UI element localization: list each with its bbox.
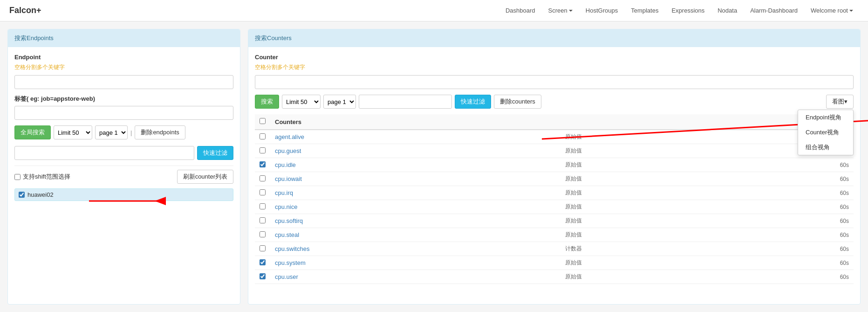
counter-form-group: Counter 空格分割多个关键字 xyxy=(255,54,854,89)
tag-label: 标签( eg: job=appstore-web) xyxy=(14,95,233,103)
dropdown-combined-view[interactable]: 组合视角 xyxy=(798,140,853,155)
endpoints-panel-header: 搜索Endpoints xyxy=(8,29,240,47)
endpoint-input[interactable] xyxy=(14,75,233,89)
counter-fast-filter-button[interactable]: 快速过滤 xyxy=(455,95,491,109)
table-row: cpu.steal原始值60s xyxy=(255,228,854,242)
view-dropdown-container: 看图▾ Endpoint视角 Counter视角 组合视角 xyxy=(826,95,854,109)
separator: | xyxy=(130,129,132,136)
nav-nodata[interactable]: Nodata xyxy=(712,4,743,17)
counter-name-link[interactable]: cpu.nice xyxy=(275,203,297,210)
counter-name-link[interactable]: cpu.switches xyxy=(275,245,309,252)
fast-filter-button[interactable]: 快速过滤 xyxy=(197,146,233,160)
options-row: 支持shift范围选择 刷新counter列表 xyxy=(14,166,233,184)
endpoint-checkbox[interactable] xyxy=(19,192,25,198)
filter-input[interactable] xyxy=(14,146,194,160)
counters-column-header: Counters xyxy=(270,114,560,130)
counter-checkbox[interactable] xyxy=(260,133,266,139)
shift-checkbox[interactable] xyxy=(14,174,21,180)
arrow-right-icon xyxy=(89,192,173,210)
counter-checkbox[interactable] xyxy=(260,147,266,153)
limit-select[interactable]: Limit 50 Limit 100 Limit 200 xyxy=(54,125,92,139)
table-row: cpu.user原始值60s xyxy=(255,270,854,284)
counter-name-link[interactable]: cpu.guest xyxy=(275,147,301,154)
main-content: 搜索Endpoints Endpoint 空格分割多个关键字 标签( eg: j… xyxy=(0,21,868,312)
counter-checkbox[interactable] xyxy=(260,161,266,167)
counter-filter-inline-input[interactable] xyxy=(359,95,452,109)
view-button[interactable]: 看图▾ xyxy=(826,95,854,109)
counter-type: 原始值 xyxy=(560,256,732,270)
counter-limit-select[interactable]: Limit 50 Limit 100 Limit 200 xyxy=(282,95,321,109)
table-row: agent.alive原始值60s xyxy=(255,130,854,144)
type-column-header xyxy=(560,114,732,130)
counter-checkbox[interactable] xyxy=(260,189,266,195)
nav-user[interactable]: Welcome root xyxy=(805,4,859,17)
endpoints-panel-body: Endpoint 空格分割多个关键字 标签( eg: job=appstore-… xyxy=(8,47,240,212)
table-row: cpu.softirq原始值60s xyxy=(255,214,854,228)
counter-name-link[interactable]: cpu.idle xyxy=(275,161,296,168)
counter-name-link[interactable]: cpu.softirq xyxy=(275,217,303,224)
counter-checkbox[interactable] xyxy=(260,245,266,251)
counter-type: 原始值 xyxy=(560,186,732,200)
global-search-button[interactable]: 全局搜索 xyxy=(14,125,51,139)
counter-search-button[interactable]: 搜索 xyxy=(255,95,279,109)
search-row: 全局搜索 Limit 50 Limit 100 Limit 200 page 1… xyxy=(14,125,233,139)
table-row: cpu.system原始值60s xyxy=(255,256,854,270)
table-row: cpu.idle原始值60s xyxy=(255,158,854,172)
counter-name-link[interactable]: cpu.user xyxy=(275,273,298,280)
nav-dashboard[interactable]: Dashboard xyxy=(500,4,541,17)
counter-checkbox[interactable] xyxy=(260,175,266,181)
counters-panel-header: 搜索Counters xyxy=(248,29,860,47)
dropdown-endpoint-view[interactable]: Endpoint视角 xyxy=(798,110,853,125)
chevron-down-icon xyxy=(849,10,853,12)
nav-hostgroups[interactable]: HostGroups xyxy=(580,4,623,17)
counter-hint: 空格分割多个关键字 xyxy=(255,63,854,71)
counter-interval: 60s xyxy=(732,228,854,242)
table-row: cpu.guest原始值60s xyxy=(255,144,854,158)
counter-checkbox[interactable] xyxy=(260,217,266,223)
counter-name-link[interactable]: cpu.irq xyxy=(275,189,293,196)
counter-interval: 60s xyxy=(732,270,854,284)
nav-templates[interactable]: Templates xyxy=(625,4,664,17)
counter-checkbox[interactable] xyxy=(260,203,266,209)
nav-alarm-dashboard[interactable]: Alarm-Dashboard xyxy=(745,4,803,17)
nav-screen[interactable]: Screen xyxy=(543,4,578,17)
counter-name-link[interactable]: cpu.system xyxy=(275,259,306,266)
counters-panel: 搜索Counters Counter 空格分割多个关键字 搜索 Limit 50… xyxy=(248,29,861,305)
table-row: cpu.nice原始值60s xyxy=(255,200,854,214)
counter-delete-button[interactable]: 删除counters xyxy=(494,95,541,109)
dropdown-counter-view[interactable]: Counter视角 xyxy=(798,125,853,140)
navbar: Falcon+ Dashboard Screen HostGroups Temp… xyxy=(0,0,868,21)
endpoint-label: Endpoint xyxy=(14,54,233,61)
endpoints-panel: 搜索Endpoints Endpoint 空格分割多个关键字 标签( eg: j… xyxy=(7,29,240,305)
counter-name-link[interactable]: agent.alive xyxy=(275,133,304,140)
counter-name-link[interactable]: cpu.iowait xyxy=(275,175,302,182)
counter-interval: 60s xyxy=(732,186,854,200)
counter-interval: 60s xyxy=(732,242,854,256)
counter-type: 计数器 xyxy=(560,242,732,256)
delete-endpoints-button[interactable]: 删除endpoints xyxy=(135,125,185,139)
filter-row: 快速过滤 xyxy=(14,146,233,160)
counter-input[interactable] xyxy=(255,75,854,89)
counter-table: Counters agent.alive原始值60scpu.guest原始值60… xyxy=(255,114,854,284)
counter-type: 原始值 xyxy=(560,228,732,242)
counter-type: 原始值 xyxy=(560,214,732,228)
nav-expressions[interactable]: Expressions xyxy=(666,4,710,17)
counter-page-select[interactable]: page 1 page 2 xyxy=(323,95,356,109)
counter-name-link[interactable]: cpu.steal xyxy=(275,231,299,238)
counter-interval: 60s xyxy=(732,214,854,228)
table-row: cpu.switches计数器60s xyxy=(255,242,854,256)
counter-checkbox[interactable] xyxy=(260,259,266,265)
counter-type: 原始值 xyxy=(560,144,732,158)
select-all-checkbox[interactable] xyxy=(260,118,266,124)
brand-logo[interactable]: Falcon+ xyxy=(9,6,41,15)
counter-checkbox[interactable] xyxy=(260,273,266,279)
view-dropdown-menu: Endpoint视角 Counter视角 组合视角 xyxy=(798,110,854,155)
shift-checkbox-label[interactable]: 支持shift范围选择 xyxy=(14,173,70,181)
table-row: cpu.iowait原始值60s xyxy=(255,172,854,186)
page-select[interactable]: page 1 page 2 page 3 xyxy=(95,125,128,139)
endpoint-hint: 空格分割多个关键字 xyxy=(14,63,233,71)
tag-input[interactable] xyxy=(14,106,233,120)
counter-type: 原始值 xyxy=(560,270,732,284)
refresh-counter-button[interactable]: 刷新counter列表 xyxy=(177,170,233,184)
counter-checkbox[interactable] xyxy=(260,231,266,237)
